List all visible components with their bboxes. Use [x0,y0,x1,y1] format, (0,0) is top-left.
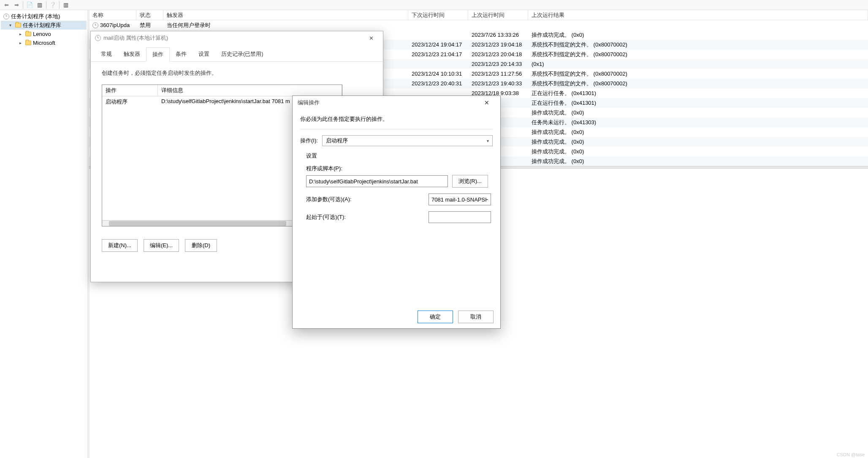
col-last-run[interactable]: 上次运行时间 [468,10,528,20]
cell-next [408,63,468,65]
back-arrow-icon[interactable]: ⬅ [2,1,11,9]
cell-result: 操作成功完成。 (0x0) [528,128,868,137]
arguments-label: 添加参数(可选)(A): [306,196,352,203]
dialog-titlebar[interactable]: mail启动 属性(本地计算机) ✕ [91,31,383,45]
divider [300,129,493,129]
col-result[interactable]: 上次运行结果 [528,10,868,20]
dialog-title: mail启动 属性(本地计算机) [103,34,363,42]
cell-result: (0x1) [528,60,868,68]
cell-result: 操作成功完成。 (0x0) [528,108,868,117]
tree-root[interactable]: 任务计划程序 (本地) [1,12,87,21]
cell-result: 操作成功完成。 (0x0) [528,147,868,156]
edit-button[interactable]: 编辑(E)... [144,239,179,252]
tab-5[interactable]: 历史记录(已禁用) [215,47,269,61]
cancel-button[interactable]: 取消 [458,311,494,323]
new-button[interactable]: 新建(N)... [102,239,138,252]
chevron-right-icon[interactable]: ▸ [19,32,24,36]
cell-result: 操作成功完成。 (0x0) [528,137,868,147]
tab-2[interactable]: 操作 [146,47,170,62]
script-path-input[interactable] [306,175,448,187]
cell-last: 2023/12/23 19:04:18 [468,41,528,49]
col-trigger[interactable]: 触发器 [163,10,408,20]
ops-col-operation[interactable]: 操作 [102,85,158,96]
chevron-right-icon[interactable]: ▸ [19,41,24,45]
cell-last: 2023/12/23 20:14:33 [468,60,528,68]
separator [46,1,46,9]
watermark: CSDN @tase [837,452,865,457]
close-button[interactable]: ✕ [363,33,379,44]
col-status[interactable]: 状态 [136,10,163,20]
action-icon[interactable]: 📄 [25,1,34,9]
panel-icon[interactable]: ▥ [35,1,44,9]
navigation-tree: 任务计划程序 (本地) ▾ 任务计划程序库 ▸ Lenovo ▸ Microso… [0,10,88,458]
window-icon[interactable]: ▥ [61,1,71,9]
tree-library-label: 任务计划程序库 [23,22,61,29]
cell-result: 正在运行任务。 (0x41301) [528,89,868,98]
delete-button[interactable]: 删除(D) [185,239,217,252]
chevron-down-icon: ▾ [487,139,489,143]
script-label: 程序或脚本(P): [306,165,493,172]
tree-item-lenovo[interactable]: ▸ Lenovo [1,30,87,38]
browse-button[interactable]: 浏览(R)... [452,175,488,188]
cell-trigger: 当任何用户登录时 [163,21,408,30]
cell-next: 2023/12/24 10:10:31 [408,70,468,78]
separator [59,1,60,9]
startin-input[interactable] [429,211,491,223]
help-icon[interactable]: ❔ [48,1,57,9]
cell-next: 2023/12/24 19:04:17 [408,41,468,49]
folder-icon [25,41,31,45]
ops-col-detail[interactable]: 详细信息 [158,85,342,96]
startin-label: 起始于(可选)(T): [306,213,346,221]
tree-item-label: Microsoft [33,40,55,46]
tree-root-label: 任务计划程序 (本地) [11,13,60,20]
action-select[interactable]: 启动程序 ▾ [322,135,493,146]
table-row[interactable]: 3607ipUpda禁用当任何用户登录时 [89,20,868,30]
cell-result: 系统找不到指定的文件。 (0x80070002) [528,50,868,59]
ok-button[interactable]: 确定 [418,311,453,323]
cell-result: 任务尚未运行。 (0x41303) [528,118,868,127]
clock-icon [3,14,9,19]
cell-next: 2023/12/23 20:40:31 [408,79,468,87]
settings-section-label: 设置 [306,152,493,160]
tab-0[interactable]: 常规 [95,47,118,61]
cell-result: 系统找不到指定的文件。 (0x80070002) [528,79,868,88]
forward-arrow-icon[interactable]: ➡ [12,1,21,9]
separator [23,1,23,9]
folder-icon [15,23,21,27]
cell-name: 3607ipUpda [89,21,136,30]
tree-library[interactable]: ▾ 任务计划程序库 [1,21,87,30]
cell-status: 禁用 [136,21,163,30]
toolbar: ⬅ ➡ 📄 ▥ ❔ ▥ [0,0,868,10]
cell-last: 2023/7/26 13:33:26 [468,31,528,39]
tab-3[interactable]: 条件 [170,47,193,61]
cell-next: 2023/12/23 21:04:17 [408,50,468,58]
col-name[interactable]: 名称 [89,10,136,20]
cell-result: 系统找不到指定的文件。 (0x80070002) [528,69,868,79]
clock-icon [95,35,101,41]
close-button[interactable]: ✕ [478,97,495,109]
scrollbar-thumb[interactable] [109,221,286,226]
cell-result: 正在运行任务。 (0x41301) [528,98,868,108]
cell-next [408,93,468,94]
folder-icon [25,32,31,36]
action-select-value: 启动程序 [326,137,348,144]
edit-action-dialog: 编辑操作 ✕ 你必须为此任务指定要执行的操作。 操作(I): 启动程序 ▾ 设置… [292,95,501,329]
tab-strip: 常规触发器操作条件设置历史记录(已禁用) [91,47,383,62]
tab-4[interactable]: 设置 [193,47,215,61]
tree-item-microsoft[interactable]: ▸ Microsoft [1,38,87,47]
dialog-description: 你必须为此任务指定要执行的操作。 [300,115,493,123]
col-next-run[interactable]: 下次运行时间 [408,10,468,20]
dialog-title: 编辑操作 [298,99,478,106]
tab-1[interactable]: 触发器 [118,47,146,61]
arguments-input[interactable] [429,194,491,205]
cell-result: 系统找不到指定的文件。 (0x80070002) [528,40,868,49]
tab-description: 创建任务时，必须指定任务启动时发生的操作。 [102,69,372,77]
dialog-titlebar[interactable]: 编辑操作 ✕ [293,96,500,109]
cell-result: 操作成功完成。 (0x0) [528,30,868,40]
cell-last: 2023/12/23 11:27:56 [468,70,528,78]
cell-last: 2023/12/23 19:40:33 [468,79,528,87]
cell-next [408,34,468,36]
task-table-header: 名称 状态 触发器 下次运行时间 上次运行时间 上次运行结果 [89,10,868,20]
action-label: 操作(I): [300,137,318,144]
chevron-down-icon[interactable]: ▾ [9,23,14,27]
